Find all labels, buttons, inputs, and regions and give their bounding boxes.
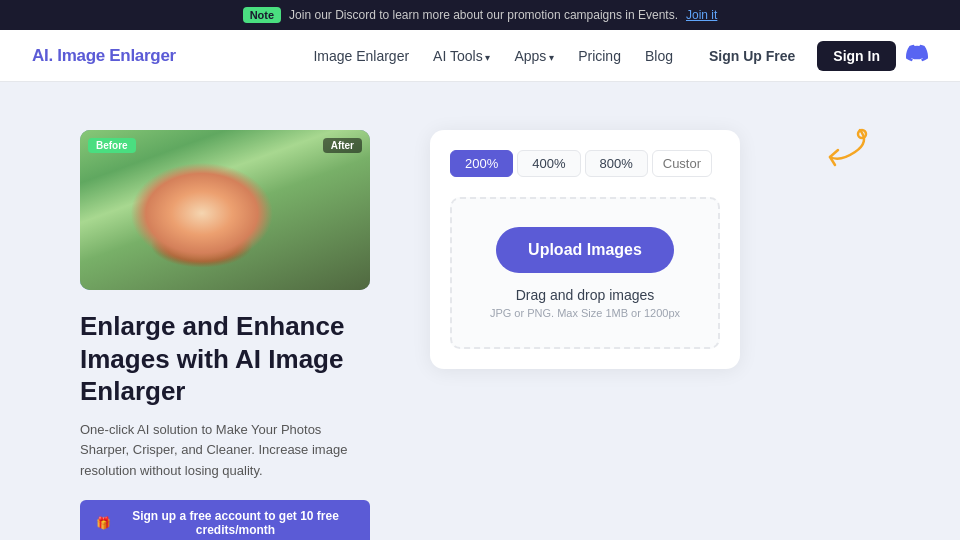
nav-apps[interactable]: Apps	[514, 48, 554, 64]
drag-drop-text: Drag and drop images	[472, 287, 698, 303]
nav-blog[interactable]: Blog	[645, 48, 673, 64]
zoom-400-button[interactable]: 400%	[517, 150, 580, 177]
header: AI. Image Enlarger Image Enlarger AI Too…	[0, 30, 960, 82]
note-badge: Note	[243, 7, 281, 23]
svg-point-0	[858, 130, 866, 138]
notification-bar: Note Join our Discord to learn more abou…	[0, 0, 960, 30]
notification-link[interactable]: Join it	[686, 8, 717, 22]
free-account-label: Sign up a free account to get 10 free cr…	[117, 509, 354, 537]
header-actions: Sign Up Free Sign In	[697, 41, 928, 71]
nav-ai-tools[interactable]: AI Tools	[433, 48, 490, 64]
zoom-custom-input[interactable]	[652, 150, 712, 177]
zoom-controls: 200% 400% 800%	[450, 150, 720, 177]
before-badge: Before	[88, 138, 136, 153]
upload-area: Upload Images Drag and drop images JPG o…	[450, 197, 720, 349]
zoom-200-button[interactable]: 200%	[450, 150, 513, 177]
upload-button[interactable]: Upload Images	[496, 227, 674, 273]
after-badge: After	[323, 138, 362, 153]
gift-icon: 🎁	[96, 516, 111, 530]
right-column: 200% 400% 800% Upload Images Drag and dr…	[430, 130, 880, 369]
notification-text: Join our Discord to learn more about our…	[289, 8, 678, 22]
hero-description: One-click AI solution to Make Your Photo…	[80, 420, 370, 482]
signin-button[interactable]: Sign In	[817, 41, 896, 71]
logo: AI. Image Enlarger	[32, 46, 176, 66]
upload-hint-text: JPG or PNG. Max Size 1MB or 1200px	[472, 307, 698, 319]
nav-pricing[interactable]: Pricing	[578, 48, 621, 64]
main-nav: Image Enlarger AI Tools Apps Pricing Blo…	[313, 48, 673, 64]
hero-title: Enlarge and Enhance Images with AI Image…	[80, 310, 370, 408]
free-account-button[interactable]: 🎁 Sign up a free account to get 10 free …	[80, 500, 370, 540]
zoom-800-button[interactable]: 800%	[585, 150, 648, 177]
image-compare: Before After	[80, 130, 370, 290]
main-content: Before After Enlarge and Enhance Images …	[0, 82, 960, 540]
signup-button[interactable]: Sign Up Free	[697, 42, 807, 70]
left-column: Before After Enlarge and Enhance Images …	[80, 130, 370, 540]
upload-card: 200% 400% 800% Upload Images Drag and dr…	[430, 130, 740, 369]
nav-image-enlarger[interactable]: Image Enlarger	[313, 48, 409, 64]
discord-icon[interactable]	[906, 42, 928, 69]
arrow-annotation	[790, 122, 870, 182]
